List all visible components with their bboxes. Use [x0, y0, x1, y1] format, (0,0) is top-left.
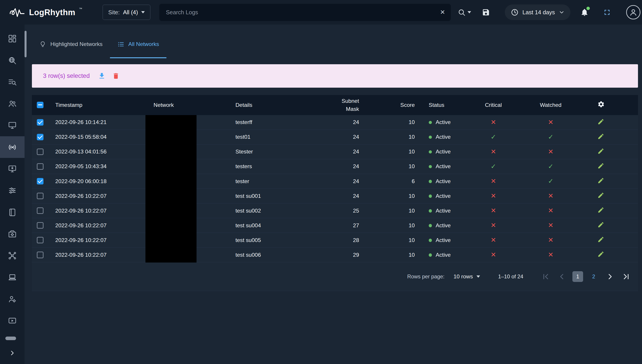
sidebar-item-analyze[interactable]	[0, 50, 24, 71]
table-row: 2022-09-26 10:22:07test su0042710Active✕…	[32, 218, 638, 233]
topbar: LogRhythm ™ Site: All (4) ✕	[0, 0, 642, 24]
search-submit-button[interactable]	[458, 8, 471, 16]
select-all-checkbox[interactable]	[37, 102, 43, 108]
sidebar-item-devices[interactable]	[0, 266, 24, 288]
score-cell: 10	[366, 233, 422, 248]
page-1-button[interactable]: 1	[572, 271, 583, 282]
sidebar-item-media[interactable]	[0, 310, 24, 332]
sidebar-item-users[interactable]	[0, 93, 24, 115]
edit-row-button[interactable]	[598, 133, 604, 140]
users-icon	[8, 99, 17, 108]
edit-row-button[interactable]	[598, 177, 604, 184]
sidebar-item-workflows[interactable]	[0, 245, 24, 266]
sidebar-item-endpoints[interactable]	[0, 115, 24, 136]
edit-row-button[interactable]	[598, 192, 604, 199]
table-row: 2022-09-26 10:22:07test su0062910Active✕…	[32, 248, 638, 262]
sidebar-item-log-search[interactable]	[0, 71, 24, 93]
row-checkbox[interactable]	[37, 222, 43, 228]
time-range-selector[interactable]: Last 14 days	[505, 4, 570, 20]
edit-row-button[interactable]	[598, 251, 604, 258]
table-row: 2022-09-15 05:58:04test012410Active✓✓	[32, 130, 638, 144]
row-checkbox[interactable]	[37, 134, 43, 140]
logrhythm-logo-icon	[9, 6, 25, 18]
cross-icon: ✕	[490, 236, 496, 244]
sidebar-item-administration[interactable]	[0, 288, 24, 310]
column-header-details[interactable]: Details	[228, 95, 286, 115]
cross-icon: ✕	[490, 192, 496, 200]
status-cell: Active	[422, 189, 473, 204]
row-checkbox[interactable]	[37, 252, 43, 258]
column-header-critical[interactable]: Critical	[473, 95, 514, 115]
notifications-button[interactable]	[580, 8, 589, 17]
timestamp-cell: 2022-09-20 06:00:18	[48, 174, 147, 189]
row-checkbox[interactable]	[37, 178, 43, 184]
table-row: 2022-09-26 10:14:21testerff2410Active✕✕	[32, 115, 638, 130]
tab-highlighted-networks[interactable]: Highlighted Networks	[32, 30, 110, 58]
column-header-network[interactable]: Network	[146, 95, 228, 115]
row-checkbox[interactable]	[37, 163, 43, 170]
search-icon	[458, 8, 466, 16]
check-icon: ✓	[490, 162, 496, 170]
column-header-timestamp[interactable]: Timestamp	[48, 95, 147, 115]
content-scrollbar-thumb[interactable]	[24, 31, 26, 57]
row-checkbox[interactable]	[37, 119, 43, 126]
clock-icon	[510, 8, 519, 16]
sidebar-item-agents[interactable]	[0, 158, 24, 180]
edit-row-button[interactable]	[598, 118, 604, 125]
status-cell: Active	[422, 115, 473, 130]
score-cell: 10	[366, 218, 422, 233]
last-page-button[interactable]	[621, 271, 632, 282]
row-checkbox[interactable]	[37, 148, 43, 155]
search-input[interactable]	[159, 4, 451, 21]
download-selected-button[interactable]	[98, 72, 106, 80]
cross-icon: ✕	[548, 251, 554, 258]
sidebar-item-deployment[interactable]	[0, 223, 24, 245]
edit-row-button[interactable]	[598, 221, 604, 228]
sidebar-expand-button[interactable]	[8, 349, 16, 357]
edit-row-button[interactable]	[598, 162, 604, 169]
row-checkbox[interactable]	[37, 208, 43, 214]
delete-selected-button[interactable]	[112, 72, 120, 80]
sidebar-item-dashboards[interactable]	[0, 28, 24, 50]
page-2-button[interactable]: 2	[588, 271, 600, 282]
user-avatar[interactable]	[626, 5, 640, 20]
next-page-button[interactable]	[604, 271, 616, 282]
column-header-subnet-mask[interactable]: Subnet Mask	[286, 95, 366, 115]
main-content: Highlighted Networks All Networks 3 row(…	[24, 24, 642, 364]
edit-row-button[interactable]	[598, 236, 604, 243]
check-icon: ✓	[490, 133, 496, 140]
user-icon	[628, 7, 638, 17]
critical-cell: ✕	[473, 174, 514, 189]
time-range-value: Last 14 days	[522, 9, 555, 16]
sidebar-item-networks[interactable]	[0, 136, 24, 158]
column-header-status[interactable]: Status	[422, 95, 473, 115]
site-selector[interactable]: Site: All (4)	[102, 5, 150, 20]
rows-per-page-select[interactable]: 10 rows	[454, 274, 480, 280]
save-search-button[interactable]	[482, 8, 490, 16]
critical-cell: ✕	[473, 233, 514, 248]
details-cell: test su004	[228, 218, 286, 233]
details-cell: Stester	[228, 144, 286, 159]
sidebar-item-tuning[interactable]	[0, 180, 24, 202]
fullscreen-button[interactable]	[603, 8, 612, 17]
details-cell: tester	[228, 174, 286, 189]
row-checkbox[interactable]	[37, 193, 43, 199]
edit-pencil-icon	[598, 192, 604, 199]
column-settings-gear-icon[interactable]	[598, 100, 605, 108]
row-checkbox[interactable]	[37, 237, 43, 243]
edit-row-button[interactable]	[598, 148, 604, 154]
table-row: 2022-09-26 10:22:07test su0022510Active✕…	[32, 204, 638, 218]
previous-page-button[interactable]	[556, 271, 568, 282]
details-cell: test01	[228, 130, 286, 144]
column-header-score[interactable]: Score	[366, 95, 422, 115]
tab-all-networks[interactable]: All Networks	[110, 30, 166, 58]
column-header-watched[interactable]: Watched	[514, 95, 588, 115]
score-cell: 6	[366, 174, 422, 189]
first-page-button[interactable]	[540, 271, 551, 282]
subnet-mask-cell: 28	[286, 233, 366, 248]
sidebar-item-knowledge[interactable]	[0, 202, 24, 223]
edit-row-button[interactable]	[598, 206, 604, 214]
sidebar-scroll-thumb[interactable]	[5, 336, 16, 340]
monitor-icon	[8, 121, 17, 130]
clear-search-icon[interactable]: ✕	[440, 9, 445, 16]
